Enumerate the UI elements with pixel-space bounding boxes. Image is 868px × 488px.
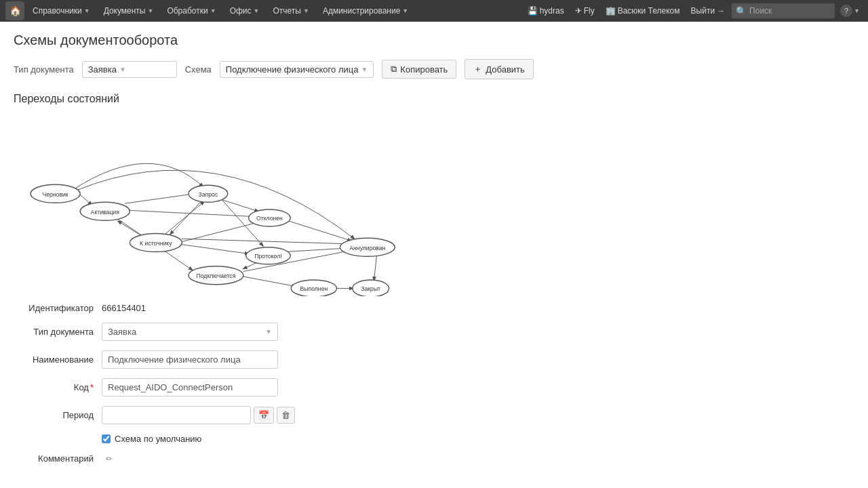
fly-user-btn[interactable]: ✈ Fly	[571, 1, 599, 20]
logout-icon: →	[717, 6, 725, 16]
form-doc-type-select[interactable]: Заявка ▼	[102, 323, 278, 341]
chevron-down-icon: ▼	[854, 7, 860, 14]
company-btn[interactable]: 🏢 Васюки Телеком	[601, 1, 684, 20]
svg-line-3	[217, 199, 258, 211]
id-value: 666154401	[102, 303, 146, 313]
schema-select[interactable]: Подключение физического лица ▼	[220, 61, 374, 78]
svg-text:Активация: Активация	[91, 209, 120, 216]
help-btn[interactable]: ? ▼	[837, 5, 863, 17]
logout-btn[interactable]: Выйти →	[687, 1, 730, 20]
edit-icon[interactable]: ✏	[106, 454, 113, 464]
default-schema-label: Схема по умолчанию	[115, 434, 201, 444]
add-icon: ＋	[473, 63, 482, 75]
code-label: Код	[14, 382, 102, 392]
nav-item-processing[interactable]: Обработки ▼	[161, 1, 221, 20]
doc-type-label: Тип документа	[14, 327, 102, 337]
id-row: Идентификатор 666154401	[14, 303, 854, 313]
comment-label: Комментарий	[14, 453, 102, 464]
svg-line-7	[178, 244, 249, 253]
toolbar: Тип документа Заявка ▼ Схема Подключение…	[14, 59, 854, 79]
calendar-icon: 📅	[258, 410, 269, 420]
svg-line-5	[118, 221, 142, 236]
doc-type-label: Тип документа	[14, 64, 74, 75]
period-label: Период	[14, 410, 102, 420]
state-diagram: Черновик Активация Запрос Отклонен К ист…	[14, 113, 434, 289]
nav-item-references[interactable]: Справочники ▼	[27, 1, 96, 20]
copy-icon: ⧉	[391, 64, 397, 75]
schema-label: Схема	[185, 64, 212, 75]
server-icon: 💾	[528, 6, 538, 16]
page-title: Схемы документооборота	[14, 33, 854, 48]
search-icon: 🔍	[736, 6, 747, 16]
svg-text:Протокол!: Протокол!	[254, 253, 281, 260]
copy-button[interactable]: ⧉ Копировать	[382, 60, 456, 79]
svg-line-8	[181, 239, 351, 244]
nav-item-office[interactable]: Офис ▼	[224, 1, 265, 20]
svg-text:Выполнен: Выполнен	[300, 285, 328, 292]
default-schema-checkbox[interactable]	[102, 434, 111, 443]
svg-text:К источнику: К источнику	[140, 240, 172, 247]
home-button[interactable]: 🏠	[5, 1, 24, 20]
hydras-user-btn[interactable]: 💾 hydras	[524, 1, 568, 20]
chevron-down-icon: ▼	[361, 66, 368, 73]
help-icon: ?	[840, 5, 852, 17]
nav-item-admin[interactable]: Администрирование ▼	[317, 1, 414, 20]
svg-line-0	[79, 194, 92, 205]
doc-type-row: Тип документа Заявка ▼	[14, 323, 854, 341]
name-label: Наименование	[14, 354, 102, 365]
id-label: Идентификатор	[14, 303, 102, 313]
states-section-title: Переходы состояний	[14, 93, 854, 105]
page-content: Схемы документооборота Тип документа Зая…	[0, 22, 868, 484]
svg-line-9	[289, 221, 351, 241]
doc-type-select[interactable]: Заявка ▼	[82, 61, 177, 78]
chevron-down-icon: ▼	[147, 7, 153, 14]
svg-line-13	[237, 275, 296, 286]
trash-icon: 🗑	[281, 410, 290, 420]
comment-row: Комментарий ✏	[14, 453, 854, 464]
name-row: Наименование	[14, 350, 854, 369]
user-section: 💾 hydras ✈ Fly 🏢 Васюки Телеком Выйти →	[524, 1, 729, 20]
period-calendar-btn[interactable]: 📅	[254, 407, 274, 424]
nav-item-documents[interactable]: Документы ▼	[98, 1, 159, 20]
svg-text:Отклонен: Отклонен	[256, 215, 283, 222]
code-input[interactable]	[102, 378, 278, 396]
chevron-down-icon: ▼	[84, 7, 90, 14]
chevron-down-icon: ▼	[119, 66, 126, 73]
period-clear-btn[interactable]: 🗑	[277, 407, 295, 424]
company-icon: 🏢	[606, 6, 616, 16]
name-input[interactable]	[102, 350, 278, 369]
svg-line-1	[125, 194, 195, 203]
default-schema-row: Схема по умолчанию	[102, 434, 854, 444]
period-row: Период 📅 🗑	[14, 406, 854, 424]
svg-line-6	[165, 201, 204, 234]
svg-line-4	[170, 199, 203, 234]
period-input[interactable]	[102, 406, 251, 424]
top-navigation: 🏠 Справочники ▼ Документы ▼ Обработки ▼ …	[0, 0, 868, 22]
chevron-down-icon: ▼	[303, 7, 309, 14]
svg-text:Черновик: Черновик	[42, 191, 68, 198]
chevron-down-icon: ▼	[254, 7, 260, 14]
svg-text:Подключается: Подключается	[197, 272, 236, 279]
fly-icon: ✈	[575, 6, 582, 16]
svg-text:Закрыт: Закрыт	[361, 285, 380, 292]
diagram-svg: Черновик Активация Запрос Отклонен К ист…	[14, 120, 434, 296]
chevron-down-icon: ▼	[265, 328, 272, 336]
code-row: Код	[14, 378, 854, 396]
nav-item-reports[interactable]: Отчеты ▼	[267, 1, 314, 20]
search-box[interactable]: 🔍	[732, 3, 835, 18]
period-group: 📅 🗑	[102, 406, 295, 424]
add-button[interactable]: ＋ Добавить	[465, 59, 533, 79]
svg-text:Аннулирован: Аннулирован	[349, 245, 385, 251]
form-section: Идентификатор 666154401 Тип документа За…	[14, 303, 854, 464]
search-input[interactable]	[749, 6, 831, 16]
chevron-down-icon: ▼	[402, 7, 408, 14]
chevron-down-icon: ▼	[210, 7, 216, 14]
svg-text:Запрос: Запрос	[199, 191, 218, 198]
